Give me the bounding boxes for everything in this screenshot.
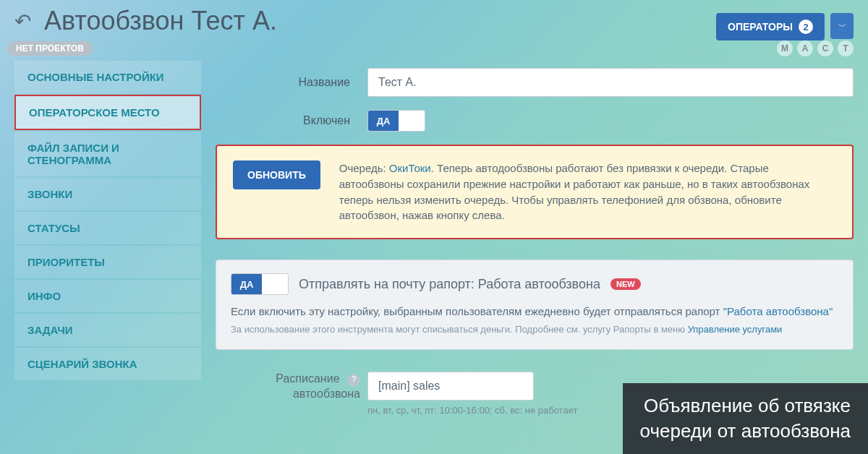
sidebar: ОСНОВНЫЕ НАСТРОЙКИ ОПЕРАТОРСКОЕ МЕСТО ФА… [14,61,201,416]
back-icon[interactable]: ↶ [14,9,31,33]
operators-count-badge: 2 [799,20,813,34]
new-badge: NEW [610,278,641,290]
update-button[interactable]: ОБНОВИТЬ [233,160,320,189]
sidebar-item-recording[interactable]: ФАЙЛ ЗАПИСИ И СТЕНОГРАММА [14,132,201,176]
chevron-down-icon: ﹀ [838,21,846,32]
circle-m[interactable]: М [777,40,793,56]
circle-t[interactable]: Т [838,40,854,56]
report-box: ДА Отправлять на почту рапорт: Работа ав… [216,260,854,350]
sidebar-item-calls[interactable]: ЗВОНКИ [14,178,201,210]
sidebar-item-info[interactable]: ИНФО [14,280,201,312]
circle-a[interactable]: А [797,40,813,56]
report-desc: Если включить эту настройку, выбранным п… [231,304,838,320]
sidebar-item-operator-place[interactable]: ОПЕРАТОРСКОЕ МЕСТО [14,95,201,130]
report-sub: За использование этого инструмента могут… [231,322,838,337]
help-icon[interactable]: ? [347,374,360,387]
queue-info-box: ОБНОВИТЬ Очередь: ОкиТоки. Теперь автодо… [216,145,854,239]
operators-label: ОПЕРАТОРЫ [728,21,793,33]
schedule-input[interactable] [367,372,534,401]
sidebar-item-statuses[interactable]: СТАТУСЫ [14,212,201,244]
sidebar-item-call-scenario[interactable]: СЦЕНАРИЙ ЗВОНКА [14,348,201,380]
toggle-on-label: ДА [368,111,399,131]
overlay-caption: Объявление об отвязке очереди от автообз… [623,383,868,454]
schedule-label: Расписание ? автообзвона [216,372,367,402]
circle-row: М А С Т [777,40,854,56]
page-title: Автообзвон Тест А. [44,6,277,36]
sidebar-item-tasks[interactable]: ЗАДАЧИ [14,314,201,346]
report-toggle[interactable]: ДА [231,273,289,295]
manage-services-link[interactable]: Управление услугами [688,324,783,335]
enabled-toggle[interactable]: ДА [367,110,425,132]
enabled-label: Включен [216,114,367,127]
circle-c[interactable]: С [817,40,833,56]
sidebar-item-main-settings[interactable]: ОСНОВНЫЕ НАСТРОЙКИ [14,61,201,93]
report-toggle-on: ДА [231,274,262,294]
report-title: Отправлять на почту рапорт: Работа автоо… [299,277,600,292]
sidebar-item-priorities[interactable]: ПРИОРИТЕТЫ [14,246,201,278]
operators-dropdown[interactable]: ﹀ [830,13,854,39]
report-link[interactable]: "Работа автообзвона" [723,305,833,317]
name-input[interactable] [367,68,854,97]
queue-link[interactable]: ОкиТоки [389,162,431,174]
no-projects-badge: НЕТ ПРОЕКТОВ [7,41,93,56]
operators-button[interactable]: ОПЕРАТОРЫ 2 [716,13,825,40]
name-label: Название [216,76,367,89]
info-text: Очередь: ОкиТоки. Теперь автодообзвоны р… [339,160,836,223]
